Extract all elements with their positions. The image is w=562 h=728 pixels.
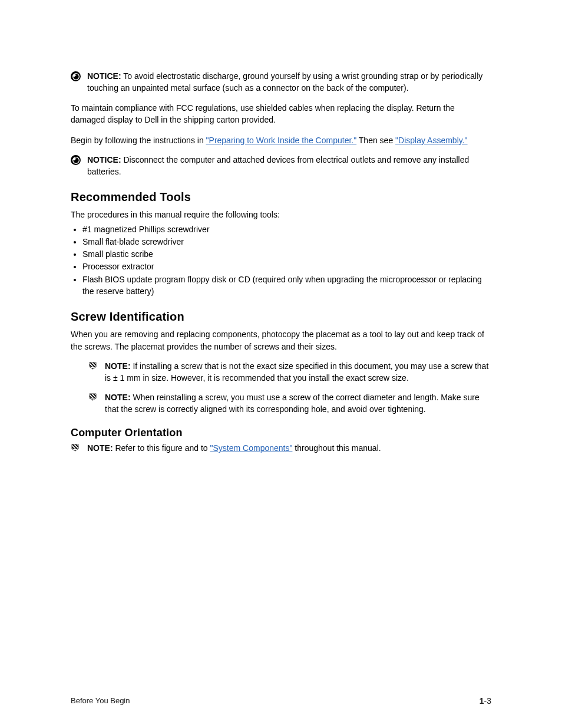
tools-list: #1 magnetized Phillips screwdriver Small… (71, 223, 491, 298)
list-item: Flash BIOS update program floppy disk or… (82, 274, 491, 298)
paragraph-begin-mid: Then see (356, 136, 395, 145)
link-display-assembly[interactable]: "Display Assembly." (395, 136, 468, 145)
notice-label: NOTICE: (87, 71, 121, 81)
heading-computer-orientation: Computer Orientation (71, 427, 491, 439)
heading-recommended-tools: Recommended Tools (71, 190, 491, 204)
paragraph-fcc: To maintain compliance with FCC regulati… (71, 102, 491, 126)
list-item: #1 magnetized Phillips screwdriver (82, 223, 491, 235)
svg-rect-5 (92, 399, 93, 400)
notice-body: Disconnect the computer and attached dev… (87, 155, 469, 176)
pencil-icon (71, 443, 81, 454)
note-body-post: throughout this manual. (292, 443, 381, 453)
page-footer: Before You Begin 1-3 (0, 696, 562, 706)
notice-text: NOTICE: Disconnect the computer and atta… (87, 154, 491, 177)
footer-chapter: 1 (480, 696, 484, 706)
paragraph-begin: Begin by following the instructions in "… (71, 134, 491, 146)
footer-left: Before You Begin (71, 696, 130, 706)
notice-disconnect: NOTICE: Disconnect the computer and atta… (71, 154, 491, 177)
list-item: Small flat-blade screwdriver (82, 236, 491, 248)
note-label: NOTE: (105, 393, 131, 402)
arrow-circle-icon (71, 71, 81, 82)
list-item: Small plastic scribe (82, 248, 491, 260)
note-text: NOTE: If installing a screw that is not … (105, 361, 491, 384)
note-body: If installing a screw that is not the ex… (105, 361, 488, 383)
list-item: Processor extractor (82, 261, 491, 272)
notice-label: NOTICE: (87, 155, 121, 164)
link-system-components[interactable]: "System Components" (210, 443, 293, 453)
note-screw-size: NOTE: If installing a screw that is not … (88, 361, 491, 384)
screw-paragraph: When you are removing and replacing comp… (71, 328, 491, 353)
tools-intro: The procedures in this manual require th… (71, 209, 491, 220)
pencil-icon (88, 393, 99, 403)
note-text: NOTE: When reinstalling a screw, you mus… (105, 392, 491, 415)
arrow-circle-icon (71, 155, 81, 166)
notice-body: To avoid electrostatic discharge, ground… (87, 71, 482, 93)
note-body: When reinstalling a screw, you must use … (105, 393, 480, 414)
link-preparing-to-work[interactable]: "Preparing to Work Inside the Computer." (206, 136, 357, 145)
svg-rect-2 (92, 368, 93, 369)
note-text: NOTE: Refer to this figure and to "Syste… (87, 443, 491, 454)
notice-text: NOTICE: To avoid electrostatic discharge… (87, 71, 491, 94)
footer-page: -3 (484, 696, 491, 706)
note-refer-figure: NOTE: Refer to this figure and to "Syste… (71, 443, 491, 454)
svg-rect-8 (75, 450, 75, 452)
note-body-pre: Refer to this figure and to (113, 443, 210, 453)
paragraph-begin-pre: Begin by following the instructions in (71, 136, 206, 145)
note-correct-diameter: NOTE: When reinstalling a screw, you mus… (88, 392, 491, 415)
note-label: NOTE: (105, 361, 131, 371)
footer-right: 1-3 (480, 696, 491, 706)
heading-screw-identification: Screw Identification (71, 310, 491, 324)
note-label: NOTE: (87, 443, 113, 453)
pencil-icon (88, 361, 99, 372)
notice-discharge: NOTICE: To avoid electrostatic discharge… (71, 71, 491, 94)
document-page: { "notice1": { "label": "NOTICE:", "text… (0, 0, 562, 728)
